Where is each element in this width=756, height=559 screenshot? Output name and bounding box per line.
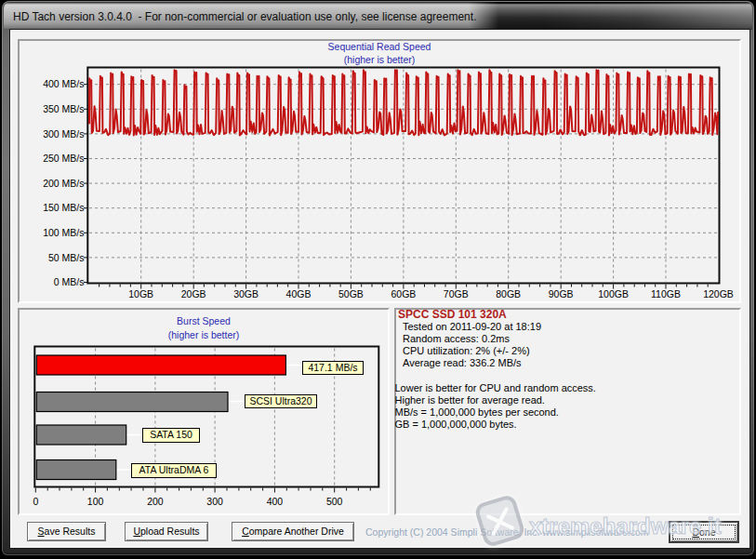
svg-text:100: 100 xyxy=(87,496,104,507)
svg-text:60GB: 60GB xyxy=(391,288,416,299)
svg-text:90GB: 90GB xyxy=(549,288,574,299)
svg-text:300: 300 xyxy=(206,496,223,507)
svg-text:20GB: 20GB xyxy=(181,288,206,299)
svg-text:100 MB/s: 100 MB/s xyxy=(43,227,84,238)
svg-text:300 MB/s: 300 MB/s xyxy=(43,128,84,140)
svg-text:350 MB/s: 350 MB/s xyxy=(43,103,84,114)
svg-text:50 MB/s: 50 MB/s xyxy=(48,252,85,263)
svg-text:10GB: 10GB xyxy=(128,288,153,299)
svg-text:200 MB/s: 200 MB/s xyxy=(43,178,84,189)
svg-text:250 MB/s: 250 MB/s xyxy=(43,153,84,164)
svg-text:400 MB/s: 400 MB/s xyxy=(43,78,84,89)
svg-text:150 MB/s: 150 MB/s xyxy=(43,202,84,213)
svg-text:200: 200 xyxy=(147,496,164,507)
svg-text:40GB: 40GB xyxy=(286,288,312,299)
svg-text:400: 400 xyxy=(267,496,284,507)
svg-text:0 MB/s: 0 MB/s xyxy=(54,276,85,287)
svg-text:110GB: 110GB xyxy=(651,288,681,299)
svg-text:30GB: 30GB xyxy=(233,288,259,299)
svg-text:100GB: 100GB xyxy=(598,288,629,299)
svg-text:50GB: 50GB xyxy=(338,288,364,299)
svg-text:80GB: 80GB xyxy=(496,288,521,299)
svg-text:70GB: 70GB xyxy=(444,288,469,299)
svg-text:0: 0 xyxy=(33,496,38,507)
svg-text:500: 500 xyxy=(326,496,343,507)
svg-text:120GB: 120GB xyxy=(703,288,734,299)
